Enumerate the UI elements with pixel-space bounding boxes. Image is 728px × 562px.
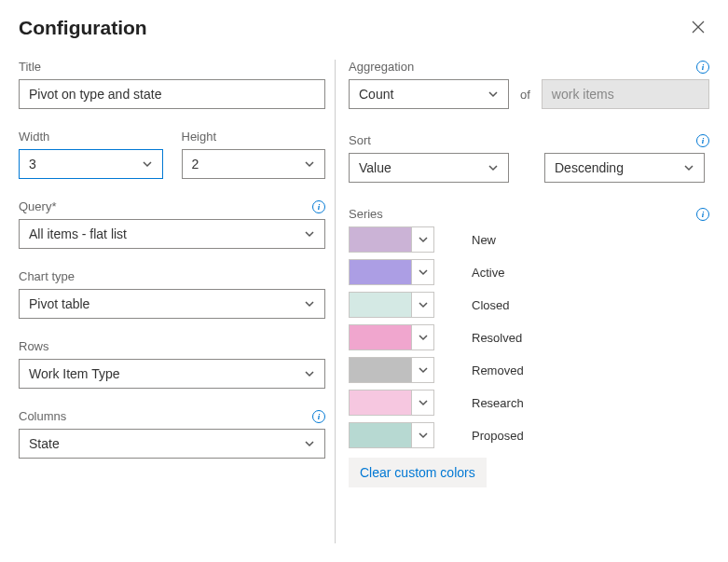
series-item-label: Removed — [472, 363, 524, 377]
chevron-down-icon — [683, 162, 694, 173]
sort-direction-value: Descending — [555, 160, 624, 175]
chevron-down-icon — [304, 298, 315, 309]
height-value: 2 — [192, 157, 199, 171]
height-label: Height — [182, 130, 217, 144]
series-item-label: Proposed — [472, 429, 524, 443]
series-item: Active — [349, 259, 709, 285]
series-color-picker[interactable] — [349, 226, 434, 253]
color-swatch — [350, 260, 411, 284]
series-color-picker[interactable] — [349, 390, 434, 416]
aggregation-of-value: work items — [552, 87, 614, 102]
info-icon[interactable]: i — [696, 134, 709, 147]
info-icon[interactable]: i — [312, 410, 325, 423]
chevron-down-icon — [304, 158, 315, 170]
columns-select[interactable]: State — [19, 429, 325, 459]
query-select[interactable]: All items - flat list — [19, 219, 325, 249]
title-input[interactable] — [19, 79, 325, 109]
series-label: Series — [349, 207, 383, 221]
sort-field-value: Value — [359, 160, 391, 175]
color-swatch — [350, 358, 411, 382]
rows-select[interactable]: Work Item Type — [19, 359, 325, 389]
series-item: Closed — [349, 292, 709, 318]
chevron-down-icon — [488, 162, 499, 173]
chevron-down-icon — [418, 397, 429, 408]
of-label: of — [520, 88, 530, 102]
color-caret — [411, 423, 433, 447]
columns-value: State — [29, 436, 60, 451]
series-item-label: Active — [472, 266, 504, 280]
series-item-label: Closed — [472, 298, 509, 312]
chevron-down-icon — [418, 332, 429, 343]
series-item: Research — [349, 390, 709, 416]
chart-type-label: Chart type — [19, 269, 75, 283]
chevron-down-icon — [418, 430, 429, 441]
series-color-picker[interactable] — [349, 292, 434, 318]
series-color-picker[interactable] — [349, 357, 434, 383]
rows-label: Rows — [19, 339, 49, 353]
aggregation-label: Aggregation — [349, 60, 414, 74]
series-item: Resolved — [349, 324, 709, 350]
series-color-picker[interactable] — [349, 259, 434, 285]
chevron-down-icon — [142, 158, 153, 170]
query-value: All items - flat list — [29, 226, 127, 241]
info-icon[interactable]: i — [312, 200, 325, 213]
color-caret — [411, 227, 433, 252]
chevron-down-icon — [418, 234, 429, 245]
chevron-down-icon — [304, 368, 315, 379]
chevron-down-icon — [418, 364, 429, 376]
color-caret — [411, 260, 433, 284]
color-swatch — [350, 293, 411, 317]
clear-custom-colors-button[interactable]: Clear custom colors — [349, 458, 487, 487]
info-icon[interactable]: i — [696, 61, 709, 74]
close-icon — [691, 20, 706, 34]
chevron-down-icon — [304, 438, 315, 449]
sort-direction-select[interactable]: Descending — [544, 153, 705, 183]
chevron-down-icon — [418, 299, 429, 310]
series-item-label: Research — [472, 396, 524, 410]
height-select[interactable]: 2 — [182, 149, 326, 179]
chevron-down-icon — [418, 267, 429, 278]
sort-field-select[interactable]: Value — [349, 153, 509, 183]
color-caret — [411, 391, 433, 415]
rows-value: Work Item Type — [29, 366, 120, 381]
series-item-label: New — [472, 233, 496, 247]
color-caret — [411, 293, 433, 317]
sort-label: Sort — [349, 133, 371, 147]
color-swatch — [350, 325, 411, 350]
color-caret — [411, 358, 433, 382]
columns-label: Columns — [19, 409, 66, 423]
chart-type-select[interactable]: Pivot table — [19, 289, 325, 319]
series-color-picker[interactable] — [349, 422, 434, 448]
series-item: Proposed — [349, 422, 709, 448]
chevron-down-icon — [304, 228, 315, 240]
series-item: Removed — [349, 357, 709, 383]
query-label: Query* — [19, 199, 56, 213]
page-title: Configuration — [19, 17, 147, 39]
width-label: Width — [19, 130, 49, 144]
series-item-label: Resolved — [472, 331, 522, 345]
chevron-down-icon — [488, 89, 499, 100]
color-swatch — [350, 227, 411, 252]
width-value: 3 — [29, 157, 36, 171]
aggregation-value: Count — [359, 87, 393, 102]
close-button[interactable] — [691, 20, 709, 37]
color-swatch — [350, 391, 411, 415]
title-label: Title — [19, 60, 41, 74]
color-caret — [411, 325, 433, 350]
aggregation-select[interactable]: Count — [349, 79, 509, 109]
series-color-picker[interactable] — [349, 324, 434, 350]
width-select[interactable]: 3 — [19, 149, 163, 179]
aggregation-of-select: work items — [542, 79, 709, 109]
chart-type-value: Pivot table — [29, 296, 89, 311]
series-item: New — [349, 226, 709, 253]
info-icon[interactable]: i — [696, 208, 709, 221]
color-swatch — [350, 423, 411, 447]
